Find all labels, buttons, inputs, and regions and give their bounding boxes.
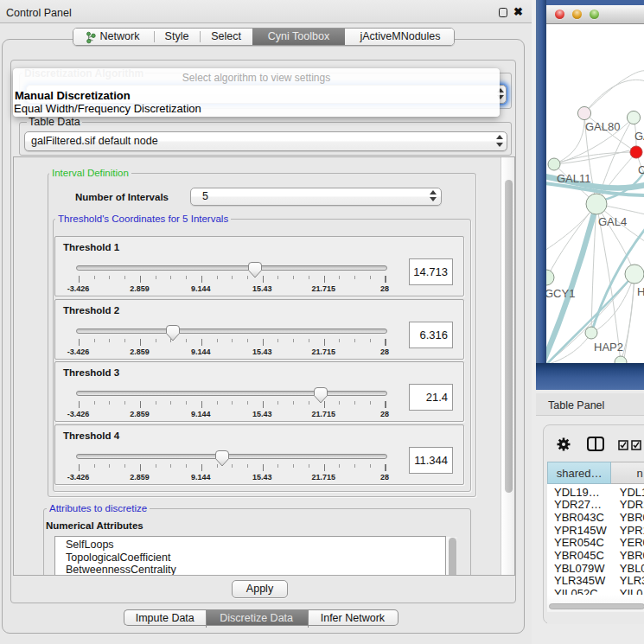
svg-text:C: C [638,163,644,176]
svg-text:GCY1: GCY1 [546,287,575,300]
svg-text:GA: GA [634,130,644,143]
svg-text:H: H [637,285,644,298]
svg-text:GAL4: GAL4 [598,215,627,228]
svg-text:GAL80: GAL80 [585,120,620,133]
svg-text:GAL11: GAL11 [557,172,591,185]
svg-text:HAP2: HAP2 [594,341,623,354]
